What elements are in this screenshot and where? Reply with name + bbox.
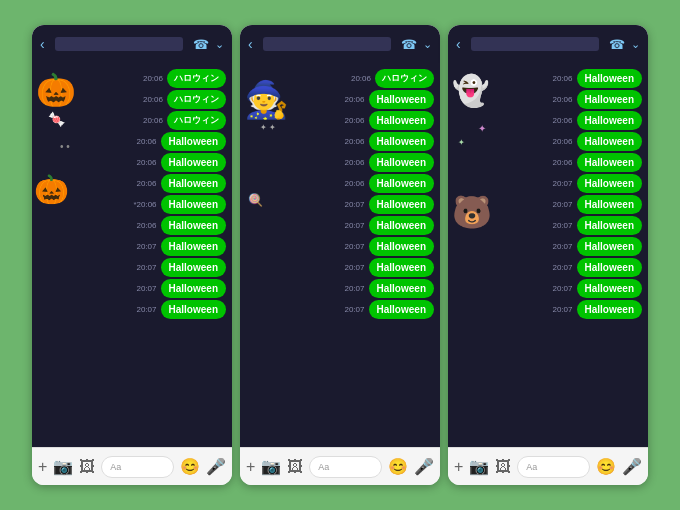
msg-bubble: Halloween (369, 90, 434, 109)
msg-time: 20:07 (345, 200, 365, 209)
msg-bubble: Halloween (161, 216, 226, 235)
msg-bubble: Halloween (161, 153, 226, 172)
msg-time: 20:07 (345, 284, 365, 293)
camera-icon[interactable]: 📷 (261, 457, 281, 476)
msg-bubble: Halloween (577, 195, 642, 214)
plus-icon[interactable]: + (246, 458, 255, 476)
msg-row-1: 20:06 ハロウィン (246, 69, 434, 88)
msg-time: 20:07 (553, 284, 573, 293)
emoji-icon[interactable]: 😊 (596, 457, 616, 476)
chevron-down-icon[interactable]: ⌄ (423, 38, 432, 51)
message-input[interactable]: Aa (517, 456, 590, 478)
emoji-icon[interactable]: 😊 (180, 457, 200, 476)
msg-row-9: 20:07 Halloween (454, 237, 642, 256)
msg-time: 20:07 (553, 263, 573, 272)
camera-icon[interactable]: 📷 (469, 457, 489, 476)
back-button[interactable]: ‹ (248, 36, 253, 52)
msg-row-9: 20:07 Halloween (246, 237, 434, 256)
msg-time: 20:07 (345, 221, 365, 230)
msg-row-7: 20:07 Halloween (246, 195, 434, 214)
msg-bubble: Halloween (577, 237, 642, 256)
phone-2: ‹ ☎ ⌄ 🧙 🍭 ✦ ✦ 20:06 ハロウィン 20:06 Hallowee… (240, 25, 440, 485)
msg-bubble: Halloween (161, 195, 226, 214)
message-input[interactable]: Aa (101, 456, 174, 478)
plus-icon[interactable]: + (454, 458, 463, 476)
msg-bubble: Halloween (369, 216, 434, 235)
msg-bubble: Halloween (577, 174, 642, 193)
msg-row-5: 20:06 Halloween (246, 153, 434, 172)
msg-bubble: Halloween (577, 69, 642, 88)
msg-row-2: 20:06 Halloween (246, 90, 434, 109)
msg-bubble: Halloween (161, 300, 226, 319)
phone-1: ‹ ☎ ⌄ 🎃 🍬 🎃 • • 20:06 ハロウィン 20:06 ハロウィン … (32, 25, 232, 485)
camera-icon[interactable]: 📷 (53, 457, 73, 476)
msg-row-2: 20:06 Halloween (454, 90, 642, 109)
back-button[interactable]: ‹ (40, 36, 45, 52)
chevron-down-icon[interactable]: ⌄ (215, 38, 224, 51)
msg-time: 20:07 (553, 179, 573, 188)
msg-row-6: 20:06 Halloween (38, 174, 226, 193)
msg-row-3: 20:06 Halloween (246, 111, 434, 130)
msg-time: 20:06 (351, 74, 371, 83)
msg-time: 20:07 (553, 305, 573, 314)
emoji-icon[interactable]: 😊 (388, 457, 408, 476)
phone-3: ‹ ☎ ⌄ 👻 🐻 ✦ ✦ 20:06 Halloween 20:06 Hall… (448, 25, 648, 485)
msg-row-6: 20:07 Halloween (454, 174, 642, 193)
phone-3-chat: 👻 🐻 ✦ ✦ 20:06 Halloween 20:06 Halloween … (448, 63, 648, 447)
msg-row-11: 20:07 Halloween (246, 279, 434, 298)
msg-time: 20:07 (137, 263, 157, 272)
msg-bubble: Halloween (369, 300, 434, 319)
msg-time: 20:06 (553, 116, 573, 125)
msg-bubble: Halloween (577, 216, 642, 235)
msg-row-6: 20:06 Halloween (246, 174, 434, 193)
message-input[interactable]: Aa (309, 456, 382, 478)
msg-bubble: Halloween (369, 258, 434, 277)
input-placeholder: Aa (110, 462, 121, 472)
msg-row-8: 20:06 Halloween (38, 216, 226, 235)
input-placeholder: Aa (526, 462, 537, 472)
image-icon[interactable]: 🖼 (79, 458, 95, 476)
msg-time: 20:07 (345, 305, 365, 314)
image-icon[interactable]: 🖼 (495, 458, 511, 476)
msg-row-4: 20:06 Halloween (246, 132, 434, 151)
msg-bubble: Halloween (577, 300, 642, 319)
mic-icon[interactable]: 🎤 (414, 457, 434, 476)
mic-icon[interactable]: 🎤 (622, 457, 642, 476)
phone-1-chat: 🎃 🍬 🎃 • • 20:06 ハロウィン 20:06 ハロウィン 20:06 … (32, 63, 232, 447)
msg-time: *20:06 (133, 200, 156, 209)
msg-row-12: 20:07 Halloween (246, 300, 434, 319)
phone-2-chat: 🧙 🍭 ✦ ✦ 20:06 ハロウィン 20:06 Halloween 20:0… (240, 63, 440, 447)
phone-3-bottom-bar: + 📷 🖼 Aa 😊 🎤 (448, 447, 648, 485)
chevron-down-icon[interactable]: ⌄ (631, 38, 640, 51)
phone-3-header: ‹ ☎ ⌄ (448, 25, 648, 63)
msg-time: 20:06 (553, 158, 573, 167)
msg-bubble: Halloween (577, 111, 642, 130)
msg-time: 20:06 (143, 74, 163, 83)
msg-bubble: Halloween (577, 258, 642, 277)
msg-row-1: 20:06 Halloween (454, 69, 642, 88)
plus-icon[interactable]: + (38, 458, 47, 476)
msg-bubble: ハロウィン (167, 69, 226, 88)
msg-bubble: Halloween (369, 237, 434, 256)
msg-time: 20:06 (553, 137, 573, 146)
msg-time: 20:07 (553, 242, 573, 251)
contact-name-bar (263, 37, 391, 51)
msg-time: 20:06 (345, 116, 365, 125)
msg-row-12: 20:07 Halloween (454, 300, 642, 319)
back-button[interactable]: ‹ (456, 36, 461, 52)
msg-time: 20:07 (345, 263, 365, 272)
msg-row-8: 20:07 Halloween (454, 216, 642, 235)
call-icon[interactable]: ☎ (401, 37, 417, 52)
msg-time: 20:06 (137, 179, 157, 188)
contact-name-bar (471, 37, 599, 51)
msg-bubble: Halloween (161, 237, 226, 256)
mic-icon[interactable]: 🎤 (206, 457, 226, 476)
msg-row-4: 20:06 Halloween (38, 132, 226, 151)
msg-row-2: 20:06 ハロウィン (38, 90, 226, 109)
msg-row-11: 20:07 Halloween (454, 279, 642, 298)
image-icon[interactable]: 🖼 (287, 458, 303, 476)
msg-time: 20:06 (137, 158, 157, 167)
msg-time: 20:06 (553, 74, 573, 83)
call-icon[interactable]: ☎ (193, 37, 209, 52)
call-icon[interactable]: ☎ (609, 37, 625, 52)
